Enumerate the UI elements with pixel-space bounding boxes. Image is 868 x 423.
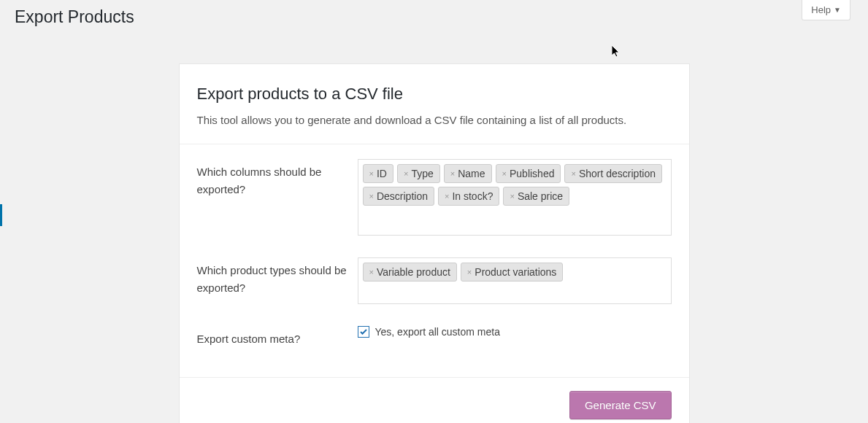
panel-description: This tool allows you to generate and dow… — [197, 114, 672, 126]
help-label: Help — [811, 4, 831, 15]
remove-tag-icon[interactable]: × — [502, 169, 507, 178]
remove-tag-icon[interactable]: × — [510, 192, 514, 201]
custom-meta-checkbox[interactable] — [358, 326, 369, 338]
custom-meta-label: Export custom meta? — [197, 326, 358, 348]
page-title: Export Products — [15, 7, 134, 27]
product-types-label: Which product types should be exported? — [197, 257, 358, 297]
custom-meta-row: Export custom meta? Yes, export all cust… — [197, 326, 672, 348]
columns-select[interactable]: ×ID×Type×Name×Published×Short descriptio… — [358, 159, 672, 236]
left-accent-bar — [0, 204, 2, 226]
custom-meta-checkbox-label: Yes, export all custom meta — [375, 326, 500, 338]
check-icon — [359, 327, 368, 336]
export-panel: Export products to a CSV file This tool … — [179, 63, 690, 423]
remove-tag-icon[interactable]: × — [467, 268, 472, 276]
tag-label: Name — [458, 168, 485, 179]
generate-csv-button[interactable]: Generate CSV — [569, 391, 672, 419]
panel-footer: Generate CSV — [180, 377, 689, 423]
tag-label: Sale price — [518, 190, 563, 202]
selected-tag[interactable]: ×In stock? — [438, 187, 499, 206]
selected-tag[interactable]: ×Sale price — [503, 187, 569, 206]
remove-tag-icon[interactable]: × — [445, 192, 449, 201]
columns-label: Which columns should be exported? — [197, 159, 358, 198]
tag-label: Short description — [579, 168, 656, 179]
panel-body: Which columns should be exported? ×ID×Ty… — [180, 144, 689, 377]
remove-tag-icon[interactable]: × — [369, 268, 374, 276]
page-header: Export Products Help ▼ — [0, 0, 868, 42]
panel-title: Export products to a CSV file — [197, 85, 672, 104]
tag-label: Variable product — [377, 266, 450, 278]
columns-row: Which columns should be exported? ×ID×Ty… — [197, 159, 672, 236]
selected-tag[interactable]: ×ID — [363, 164, 393, 183]
tag-label: Published — [510, 168, 555, 179]
selected-tag[interactable]: ×Product variations — [461, 263, 564, 282]
panel-header: Export products to a CSV file This tool … — [180, 64, 689, 144]
remove-tag-icon[interactable]: × — [571, 169, 575, 178]
remove-tag-icon[interactable]: × — [404, 169, 408, 178]
tag-label: In stock? — [452, 190, 493, 202]
tag-label: Description — [377, 190, 428, 202]
remove-tag-icon[interactable]: × — [450, 169, 455, 178]
tag-label: ID — [377, 168, 387, 179]
selected-tag[interactable]: ×Type — [397, 164, 440, 183]
tag-label: Type — [411, 168, 433, 179]
selected-tag[interactable]: ×Name — [444, 164, 492, 183]
selected-tag[interactable]: ×Description — [363, 187, 434, 206]
selected-tag[interactable]: ×Published — [496, 164, 561, 183]
product-types-row: Which product types should be exported? … — [197, 257, 672, 304]
help-tab[interactable]: Help ▼ — [802, 0, 850, 20]
selected-tag[interactable]: ×Short description — [564, 164, 662, 183]
cursor-icon — [612, 45, 623, 60]
tag-label: Product variations — [475, 266, 556, 278]
selected-tag[interactable]: ×Variable product — [363, 263, 457, 282]
custom-meta-checkbox-row: Yes, export all custom meta — [358, 326, 672, 338]
remove-tag-icon[interactable]: × — [369, 169, 374, 178]
remove-tag-icon[interactable]: × — [369, 192, 374, 201]
product-types-select[interactable]: ×Variable product×Product variations — [358, 257, 672, 304]
caret-down-icon: ▼ — [834, 6, 841, 14]
